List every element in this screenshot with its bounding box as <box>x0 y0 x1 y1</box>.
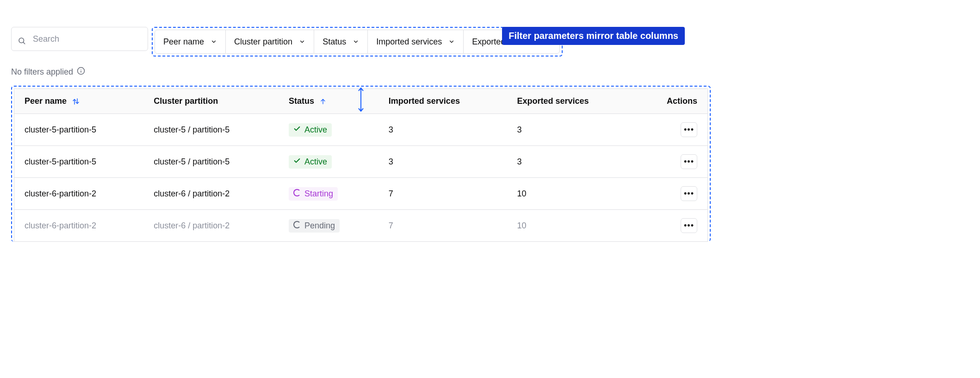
table-row: cluster-5-partition-5cluster-5 / partiti… <box>14 114 708 146</box>
table-row: cluster-6-partition-2cluster-6 / partiti… <box>14 210 708 242</box>
cell-exported: 3 <box>507 114 636 146</box>
cell-exported: 10 <box>507 210 636 242</box>
more-icon: ••• <box>684 221 694 230</box>
cell-status: Active <box>279 114 378 146</box>
spinner-icon <box>293 221 301 231</box>
status-text: Active <box>304 125 327 135</box>
cell-imported: 3 <box>378 146 507 178</box>
cell-status: Starting <box>279 178 378 210</box>
svg-line-1 <box>23 42 25 44</box>
info-icon <box>77 67 85 77</box>
cell-status: Pending <box>279 210 378 242</box>
cell-cluster-partition: cluster-5 / partition-5 <box>143 146 279 178</box>
status-badge: Starting <box>289 187 338 201</box>
check-icon <box>293 157 301 167</box>
filter-imported-services[interactable]: Imported services <box>367 30 464 54</box>
more-icon: ••• <box>684 189 694 198</box>
filter-status[interactable]: Status <box>314 30 368 54</box>
filter-label: Status <box>323 37 346 47</box>
col-imported[interactable]: Imported services <box>378 89 507 114</box>
status-badge: Pending <box>289 219 340 233</box>
filters-group: Peer name Cluster partition Status Impor… <box>152 27 563 57</box>
spinner-icon <box>293 189 301 199</box>
cell-cluster-partition: cluster-6 / partition-2 <box>143 210 279 242</box>
cell-actions: ••• <box>636 114 708 146</box>
more-icon: ••• <box>684 158 694 166</box>
filter-label: Peer name <box>163 37 204 47</box>
no-filters-applied: No filters applied <box>11 67 711 77</box>
status-text: Starting <box>304 189 333 199</box>
cell-peer-name: cluster-6-partition-2 <box>14 178 144 210</box>
check-icon <box>293 125 301 135</box>
chevron-down-icon <box>299 38 305 45</box>
cell-imported: 7 <box>378 178 507 210</box>
cell-imported: 3 <box>378 114 507 146</box>
col-label: Exported services <box>517 96 589 106</box>
col-label: Peer name <box>25 96 67 106</box>
cell-cluster-partition: cluster-6 / partition-2 <box>143 178 279 210</box>
cell-exported: 3 <box>507 146 636 178</box>
annotation-label: Filter parameters mirror table columns <box>502 27 685 45</box>
col-cluster-partition[interactable]: Cluster partition <box>143 89 279 114</box>
col-label: Cluster partition <box>154 96 218 106</box>
cell-peer-name: cluster-5-partition-5 <box>14 114 144 146</box>
cell-peer-name: cluster-5-partition-5 <box>14 146 144 178</box>
col-actions: Actions <box>636 89 708 114</box>
cell-actions: ••• <box>636 146 708 178</box>
row-actions-button[interactable]: ••• <box>681 186 697 201</box>
svg-point-0 <box>19 38 24 43</box>
cell-peer-name: cluster-6-partition-2 <box>14 210 144 242</box>
cell-imported: 7 <box>378 210 507 242</box>
cell-cluster-partition: cluster-5 / partition-5 <box>143 114 279 146</box>
cell-exported: 10 <box>507 178 636 210</box>
table-row: cluster-6-partition-2cluster-6 / partiti… <box>14 178 708 210</box>
row-actions-button[interactable]: ••• <box>681 122 697 137</box>
row-actions-button[interactable]: ••• <box>681 218 697 233</box>
col-label: Status <box>289 96 314 106</box>
double-arrow-vertical-icon <box>357 86 365 113</box>
filter-label: Cluster partition <box>234 37 292 47</box>
cell-status: Active <box>279 146 378 178</box>
sort-asc-icon <box>319 98 327 105</box>
no-filters-text: No filters applied <box>11 67 73 77</box>
table-row: cluster-5-partition-5cluster-5 / partiti… <box>14 146 708 178</box>
cell-actions: ••• <box>636 210 708 242</box>
col-exported[interactable]: Exported services <box>507 89 636 114</box>
cell-actions: ••• <box>636 178 708 210</box>
status-text: Active <box>304 157 327 167</box>
sort-both-icon <box>72 97 80 106</box>
search-input[interactable] <box>11 27 148 51</box>
search-icon <box>18 37 26 47</box>
filter-peer-name[interactable]: Peer name <box>155 30 226 54</box>
more-icon: ••• <box>684 126 694 134</box>
filter-cluster-partition[interactable]: Cluster partition <box>225 30 314 54</box>
search-wrap <box>11 27 148 57</box>
status-text: Pending <box>304 221 335 231</box>
col-label: Actions <box>667 96 697 106</box>
chevron-down-icon <box>448 38 455 45</box>
chevron-down-icon <box>353 38 359 45</box>
filter-label: Imported services <box>376 37 442 47</box>
chevron-down-icon <box>211 38 217 45</box>
col-peer-name[interactable]: Peer name <box>14 89 144 114</box>
col-label: Imported services <box>389 96 460 106</box>
status-badge: Active <box>289 123 332 137</box>
row-actions-button[interactable]: ••• <box>681 154 697 169</box>
status-badge: Active <box>289 155 332 169</box>
